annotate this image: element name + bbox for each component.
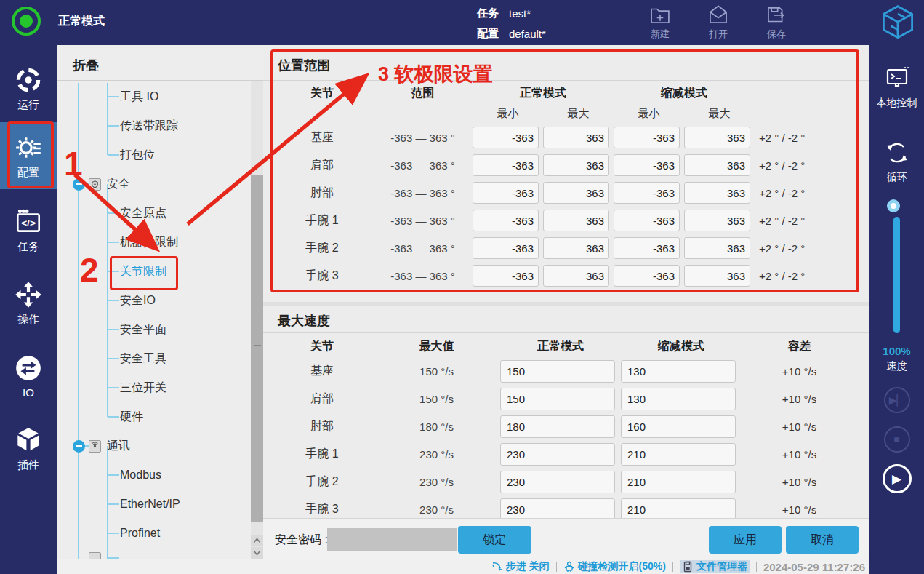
normal-max-input[interactable] [543, 127, 609, 148]
normal-speed-input[interactable] [500, 388, 615, 410]
normal-speed-input[interactable] [500, 415, 615, 438]
save-button[interactable]: 保存 [756, 3, 797, 41]
max-speed-value: 230 °/s [373, 503, 500, 516]
reduced-speed-input[interactable] [621, 498, 736, 521]
open-button[interactable]: 打开 [698, 3, 739, 41]
reduced-min-input[interactable] [614, 154, 680, 176]
normal-max-input[interactable] [543, 237, 609, 259]
step-forward-button[interactable]: ▶▏ [884, 387, 910, 413]
reduced-speed-input[interactable] [621, 360, 736, 383]
file-manager-button[interactable]: 文件管理器 [680, 560, 750, 573]
tree-item-safety-tool[interactable]: 安全工具 [120, 350, 166, 367]
step-mode-toggle[interactable]: 步进 关闭 [491, 560, 550, 573]
speed-percent-value: 100% [869, 345, 924, 357]
tree-item-robot-limits[interactable]: 机器人限制 [120, 234, 178, 251]
tree-item-label: 三位开关 [120, 380, 166, 396]
tree-item-three-position-switch[interactable]: 三位开关 [120, 379, 166, 396]
reduced-min-input[interactable] [614, 265, 680, 287]
normal-min-input[interactable] [473, 210, 539, 231]
normal-min-input[interactable] [473, 265, 539, 287]
normal-speed-input[interactable] [500, 443, 615, 466]
reduced-max-input[interactable] [684, 265, 750, 287]
tree-item-label: 传送带跟踪 [120, 119, 178, 134]
tree-item-modbus[interactable]: Modbus [120, 466, 161, 484]
speed-slider-track[interactable] [893, 217, 900, 333]
joint-range: -363 — 363 ° [373, 270, 473, 282]
lock-button[interactable]: 锁定 [458, 526, 531, 554]
normal-min-input[interactable] [473, 154, 539, 176]
normal-max-input[interactable] [543, 182, 609, 204]
tree-item-ethernet-ip[interactable]: EtherNet/IP [120, 495, 180, 513]
local-control-button[interactable]: 本地控制 [869, 64, 924, 110]
sidebar-item-task[interactable]: </> 任务 [0, 196, 57, 263]
tree-item-safety-plane[interactable]: 安全平面 [120, 321, 166, 338]
sidebar-item-plugin[interactable]: 插件 [0, 415, 57, 482]
tree-scroll-up-button[interactable] [251, 535, 263, 546]
sidebar-item-run[interactable]: 运行 [0, 55, 57, 121]
stop-button[interactable]: ■ [884, 426, 910, 453]
tree-scrollbar-thumb[interactable] [251, 175, 263, 522]
splitter-grip[interactable] [254, 345, 261, 351]
sidebar-item-config[interactable]: 配置 [0, 122, 57, 189]
reduced-speed-input[interactable] [621, 388, 736, 410]
table-row: 手腕 2 230 °/s +10 °/s [271, 468, 857, 495]
normal-max-input[interactable] [543, 210, 609, 231]
tree-item-safety-home[interactable]: 安全原点 [120, 204, 166, 222]
tree-item-hardware[interactable]: 硬件 [120, 408, 143, 426]
normal-speed-input[interactable] [500, 471, 615, 493]
apply-button[interactable]: 应用 [709, 526, 782, 554]
speed-slider-handle[interactable] [887, 199, 900, 212]
normal-min-input[interactable] [473, 182, 539, 204]
robot-icon [563, 561, 575, 573]
joint-name: 手腕 3 [271, 268, 373, 284]
reduced-min-input[interactable] [614, 127, 680, 148]
tree-item-safety[interactable]: 安全 [89, 175, 130, 193]
new-button[interactable]: 新建 [640, 3, 680, 41]
tree-item-profinet[interactable]: Profinet [120, 525, 160, 542]
reduced-max-input[interactable] [684, 182, 750, 204]
tree-item-communication[interactable]: 通讯 [89, 437, 130, 455]
local-control-label: 本地控制 [877, 97, 917, 110]
divider [263, 332, 869, 333]
collapse-toggle-communication[interactable] [73, 440, 85, 453]
sidebar-item-operate[interactable]: 操作 [0, 269, 57, 336]
normal-speed-input[interactable] [500, 498, 615, 521]
tree-collapse-header[interactable]: 折叠 [73, 57, 99, 74]
reduced-max-input[interactable] [684, 237, 750, 259]
tolerance-value: +2 ° / -2 ° [755, 187, 857, 199]
collapse-toggle-safety[interactable] [73, 178, 85, 191]
col-tolerance: 容差 [742, 339, 857, 354]
reduced-speed-input[interactable] [621, 471, 736, 493]
reduced-speed-input[interactable] [621, 415, 736, 438]
reduced-min-input[interactable] [614, 237, 680, 259]
sidebar-item-io[interactable]: IO [0, 342, 57, 409]
tree-item-safety-io[interactable]: 安全IO [120, 292, 156, 309]
tree-scroll-down-button[interactable] [251, 547, 263, 559]
main-panel: 位置范围 关节 范围 正常模式 缩减模式 最小 最大 最小 最大 [263, 45, 869, 559]
cycle-button[interactable]: 循环 [869, 138, 924, 184]
shield-icon [89, 178, 101, 191]
cancel-button[interactable]: 取消 [786, 526, 859, 554]
reduced-max-input[interactable] [684, 127, 750, 148]
max-speed-value: 230 °/s [373, 476, 500, 488]
normal-max-input[interactable] [543, 265, 609, 287]
tree-item-packing-position[interactable]: 打包位 [120, 146, 155, 164]
password-input[interactable] [327, 528, 457, 551]
tree-item-tool-io[interactable]: 工具 IO [120, 88, 158, 105]
new-folder-icon [648, 3, 672, 28]
normal-min-input[interactable] [473, 127, 539, 148]
reduced-min-input[interactable] [614, 182, 680, 204]
reduced-min-input[interactable] [614, 210, 680, 231]
reduced-max-input[interactable] [684, 154, 750, 176]
tree-item-joint-limits[interactable]: 关节限制 [120, 263, 166, 280]
reduced-speed-input[interactable] [621, 443, 736, 466]
reduced-max-input[interactable] [684, 210, 750, 231]
table-header-row: 关节 最大值 正常模式 缩减模式 容差 [271, 335, 857, 357]
normal-min-input[interactable] [473, 237, 539, 259]
tree-item-conveyor-tracking[interactable]: 传送带跟踪 [120, 117, 178, 135]
normal-speed-input[interactable] [500, 360, 615, 383]
gear-icon [13, 132, 44, 163]
play-button[interactable]: ▶ [883, 464, 912, 493]
normal-max-input[interactable] [543, 154, 609, 176]
collision-detection-toggle[interactable]: 碰撞检测开启(50%) [563, 560, 666, 573]
